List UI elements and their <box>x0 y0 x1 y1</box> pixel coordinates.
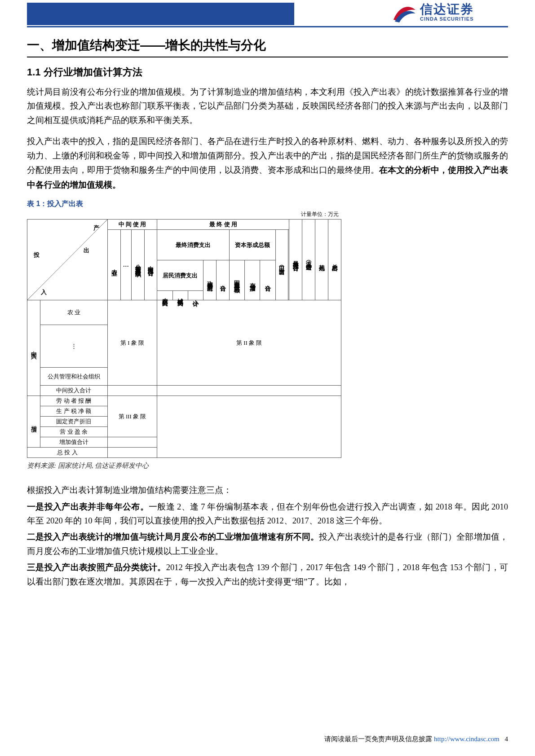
paragraph: 根据投入产出表计算制造业增加值结构需要注意三点： <box>27 483 508 497</box>
subsection-heading: 1.1 分行业增加值计算方法 <box>27 66 508 79</box>
col-etc: … <box>120 230 131 300</box>
page-header: 信达证券 CINDA SECURITIES <box>0 0 535 31</box>
col-mid-use: 中 间 使 用 <box>107 220 157 230</box>
col-agric: 农业 <box>107 230 120 300</box>
quadrant-2: 第 II 象 限 <box>157 300 341 386</box>
col-fcf: 固定资本形成总额 <box>229 260 244 300</box>
paragraph: 二是投入产出表统计的增加值与统计局月度公布的工业增加值增速有所不同。投入产出表统… <box>27 530 508 558</box>
paragraph: 三是投入产出表按照产品分类统计。2012 年投入产出表包含 139 个部门，20… <box>27 560 508 589</box>
row-va-total: 增加值合计 <box>40 437 107 448</box>
row-mid-total: 中间投入合计 <box>40 386 107 396</box>
quadrant-1: 第 I 象 限 <box>107 300 157 386</box>
col-pub-org: 公共管理和社会组织 <box>131 230 144 300</box>
col-gov: 政府消费支出 <box>203 260 217 300</box>
row-tax: 生 产 税 净 额 <box>40 406 107 417</box>
brand-logo: 信达证券 CINDA SECURITIES <box>391 1 508 23</box>
paragraph: 投入产出表中的投入，指的是国民经济各部门、各产品在进行生产时投入的各种原材料、燃… <box>27 135 508 192</box>
footer-text: 请阅读最后一页免责声明及信息披露 <box>324 735 432 743</box>
row-va: 增加值 <box>27 396 40 448</box>
col-fce-total: 合计 <box>216 260 229 300</box>
lead-bold: 三是投入产出表按照产品分类统计。 <box>27 563 166 572</box>
paragraph: 一是投入产出表并非每年公布。一般逢 2、逢 7 年份编制基本表，但在个别年份也会… <box>27 500 508 528</box>
table-unit: 计量单位：万元 <box>27 211 341 220</box>
row-mid-input: 中间投入 <box>27 300 40 396</box>
lead-bold: 一是投入产出表并非每年公布。 <box>27 502 149 511</box>
row-gross-in: 总 投 入 <box>27 448 108 458</box>
col-rural: 农村居民 <box>157 291 172 300</box>
page-footer: 请阅读最后一页免责声明及信息披露 http://www.cindasc.com … <box>324 735 508 743</box>
table-corner: 产 出 投 入 <box>27 220 108 300</box>
col-gcf-total: 合计 <box>260 260 275 300</box>
row-agric: 农 业 <box>40 300 107 325</box>
table-caption: 表 1：投入产出表 <box>27 199 508 209</box>
lead-bold: 二是投入产出表统计的增加值与统计局月度公布的工业增加值增速有所不同。 <box>27 532 319 541</box>
col-urban: 城镇居民 <box>172 291 188 300</box>
io-table: 计量单位：万元 产 出 投 入 中 间 使 用 最 终 使 用 最终使用合计 流… <box>27 211 341 458</box>
row-comp: 劳 动 者 报 酬 <box>40 396 107 406</box>
row-dots: ⋮ <box>40 325 107 368</box>
col-gross-out: 总产出 <box>328 220 341 300</box>
page-content: 一、增加值结构变迁——增长的共性与分化 1.1 分行业增加值计算方法 统计局目前… <box>0 37 535 589</box>
page-number: 4 <box>505 735 508 743</box>
footer-link[interactable]: http://www.cindasc.com <box>434 735 500 743</box>
io-table-wrap: 计量单位：万元 产 出 投 入 中 间 使 用 最 终 使 用 最终使用合计 流… <box>27 211 508 458</box>
header-rule <box>27 26 508 27</box>
col-inv: 存货增加 <box>245 260 260 300</box>
col-sub: 小计 <box>188 291 203 300</box>
col-final-total: 最终使用合计 <box>289 220 302 300</box>
logo-swoosh-icon <box>391 1 416 23</box>
col-export: 出口（含出口） <box>275 230 288 300</box>
col-gcf: 资本形成总额 <box>229 230 275 260</box>
col-hce: 居民消费支出 <box>157 260 203 291</box>
row-pub-org: 公共管理和社会组织 <box>40 368 107 386</box>
logo-text-cn: 信达证券 <box>420 3 474 16</box>
header-color-block <box>27 3 294 25</box>
row-surplus: 营 业 盈 余 <box>40 427 107 437</box>
quadrant-3: 第 III 象 限 <box>107 396 157 437</box>
col-final-use: 最 终 使 用 <box>157 220 289 230</box>
section-heading: 一、增加值结构变迁——增长的共性与分化 <box>27 37 508 57</box>
table-source: 资料来源: 国家统计局, 信达证券研发中心 <box>27 462 508 470</box>
col-import: 流入（含进口） <box>302 220 315 300</box>
logo-text-en: CINDA SECURITIES <box>420 16 474 22</box>
col-fce: 最终消费支出 <box>157 230 229 260</box>
paragraph: 统计局目前没有公布分行业的增加值规模。为了计算制造业的增加值结构，本文利用《投入… <box>27 85 508 127</box>
row-dep: 固定资产折旧 <box>40 417 107 427</box>
col-other: 其他 <box>315 220 328 300</box>
col-mid-total: 中间使用合计 <box>144 230 157 300</box>
